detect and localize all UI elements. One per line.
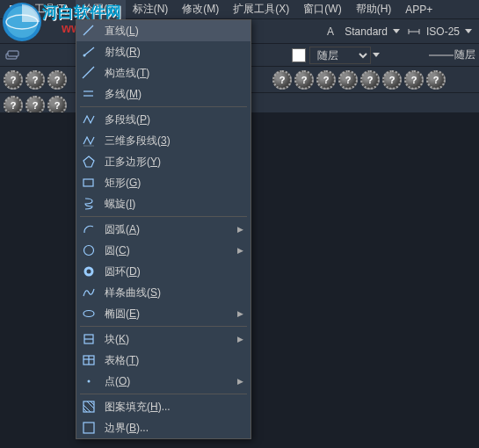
menu-item-label: 螺旋(I) [105,197,243,212]
menu-item-label: 正多边形(Y) [105,155,243,170]
menu-item-line[interactable]: 直线(L) [76,20,250,41]
menu-modify[interactable]: 修改(M) [175,0,226,19]
dimstyle-selector[interactable]: ISO-25 [407,24,472,40]
menu-item-table[interactable]: 表格(T) [76,350,250,371]
line-icon [80,22,98,40]
unknown-tool-icon[interactable]: ? [404,70,424,90]
menu-item-circle[interactable]: 圆(C)▶ [76,240,250,261]
unknown-tool-icon[interactable]: ? [426,70,446,90]
svg-text:A: A [327,25,334,38]
arc-icon [80,220,98,238]
svg-line-7 [83,25,93,35]
dimstyle-value: ISO-25 [421,24,465,40]
menu-item-label: 圆弧(A) [105,222,237,237]
menu-item-label: 椭圆(E) [105,307,237,322]
site-logo [0,0,44,44]
menu-item-mline[interactable]: 多线(M) [76,83,250,105]
svg-line-29 [87,401,94,408]
rect-icon [80,174,98,191]
svg-rect-31 [83,423,94,433]
unknown-tool-icon[interactable]: ? [360,70,380,90]
menu-item-3dpoly[interactable]: 三维多段线(3) [76,130,250,151]
unknown-tool-icon[interactable]: ? [338,70,358,90]
menu-item-label: 多线(M) [105,87,243,102]
menu-item-label: 点(O) [105,374,237,389]
ray-icon [80,43,98,61]
svg-rect-15 [83,179,93,186]
point-icon [80,372,98,390]
menu-item-label: 样条曲线(S) [105,285,243,300]
3dpoly-icon [80,132,98,149]
menu-item-helix[interactable]: 螺旋(I) [76,193,250,214]
chevron-down-icon [373,53,380,57]
circle-icon [80,242,98,259]
mline-icon [80,85,98,103]
menu-item-ellipse[interactable]: 椭圆(E)▶ [76,303,250,324]
menu-item-hatch[interactable]: 图案填充(H)... [76,396,250,417]
menu-item-label: 表格(T) [105,353,243,368]
menu-help[interactable]: 帮助(H) [349,0,399,19]
textstyle-selector[interactable]: A Standard [325,24,400,40]
unknown-tool-icon[interactable]: ? [272,70,292,90]
svg-line-10 [83,67,94,78]
menu-item-label: 射线(R) [105,45,243,60]
donut-icon [80,263,98,280]
submenu-arrow-icon: ▶ [237,246,243,255]
menu-item-arc[interactable]: 圆弧(A)▶ [76,219,250,240]
menu-window[interactable]: 窗口(W) [296,0,348,19]
menu-item-label: 直线(L) [105,24,243,39]
menu-item-label: 图案填充(H)... [105,400,243,415]
bylayer-color-swatch[interactable] [292,48,306,62]
xline-icon [80,64,98,82]
menu-item-label: 块(K) [105,332,237,347]
menu-item-point[interactable]: 点(O)▶ [76,371,250,392]
hatch-icon [80,398,98,415]
menu-item-label: 圆环(D) [105,264,243,279]
color-bylayer-select[interactable]: 随层 [309,47,371,64]
menu-item-pline[interactable]: 多段线(P) [76,109,250,130]
menu-item-rect[interactable]: 矩形(G) [76,172,250,193]
svg-line-27 [83,405,91,412]
submenu-arrow-icon: ▶ [237,309,243,318]
menu-item-polygon[interactable]: 正多边形(Y) [76,151,250,172]
unknown-tool-icon[interactable]: ? [4,70,23,90]
textstyle-value: Standard [339,24,393,40]
menu-item-block[interactable]: 块(K)▶ [76,329,250,350]
polygon-icon [80,153,98,170]
menu-item-ray[interactable]: 射线(R) [76,41,250,62]
menu-item-label: 构造线(T) [105,66,243,81]
unknown-tool-icon[interactable]: ? [316,70,336,90]
menu-item-xline[interactable]: 构造线(T) [76,62,250,83]
linetype-icon[interactable] [428,48,454,62]
menu-divider [80,216,247,217]
helix-icon [80,195,98,213]
menu-item-donut[interactable]: 圆环(D) [76,261,250,282]
menu-item-spline[interactable]: 样条曲线(S) [76,282,250,303]
svg-line-8 [84,47,94,55]
unknown-tool-icon[interactable]: ? [25,70,45,90]
submenu-arrow-icon: ▶ [237,225,243,234]
chevron-down-icon [465,29,472,33]
block-icon [80,330,98,348]
unknown-tool-icon[interactable]: ? [294,70,314,90]
menu-divider [80,394,247,394]
menu-divider [80,326,247,327]
svg-point-9 [83,54,86,57]
menu-item-label: 圆(C) [105,243,237,258]
unknown-tool-icon[interactable]: ? [382,70,402,90]
svg-point-19 [83,311,94,317]
menu-dimension[interactable]: 标注(N) [126,0,176,19]
chevron-down-icon [393,29,400,33]
linetype-bylayer[interactable]: 随层 [454,47,475,62]
menu-item-label: 矩形(G) [105,176,243,191]
menu-item-boundary[interactable]: 边界(B)... [76,417,250,438]
svg-point-18 [87,270,91,274]
submenu-arrow-icon: ▶ [237,335,243,343]
unknown-tool-icon[interactable]: ? [47,70,67,90]
menu-item-label: 三维多段线(3) [105,134,243,148]
dimstyle-icon [407,25,421,39]
layer-tool-icon[interactable] [4,47,19,63]
menu-app[interactable]: APP+ [398,1,439,18]
menu-item-label: 边界(B)... [105,421,243,436]
menu-extensions[interactable]: 扩展工具(X) [226,0,296,19]
